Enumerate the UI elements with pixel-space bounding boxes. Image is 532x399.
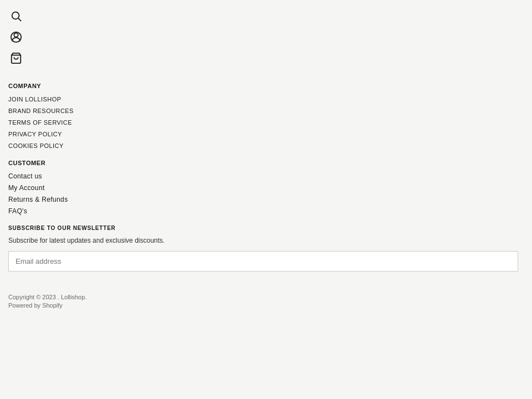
list-item: JOIN LOLLISHOP — [8, 95, 524, 103]
brand-resources-link[interactable]: BRAND RESOURCES — [8, 108, 74, 114]
newsletter-label: SUBSCRIBE TO OUR NEWSLETTER — [8, 225, 524, 231]
join-lollishop-link[interactable]: JOIN LOLLISHOP — [8, 96, 61, 103]
company-label: COMPANY — [8, 83, 524, 89]
list-item: BRAND RESOURCES — [8, 106, 524, 115]
customer-nav-list: Contact us My Account Returns & Refunds … — [8, 172, 524, 215]
svg-point-2 — [14, 33, 18, 37]
newsletter-description: Subscribe for latest updates and exclusi… — [8, 237, 524, 244]
email-input[interactable] — [8, 251, 518, 272]
list-item: PRIVACY POLICY — [8, 130, 524, 138]
svg-point-0 — [12, 12, 19, 19]
list-item: Returns & Refunds — [8, 195, 524, 203]
customer-label: CUSTOMER — [8, 160, 524, 166]
copyright-text: Copyright © 2023 . Lollishop. — [8, 294, 524, 300]
footer: Copyright © 2023 . Lollishop. Powered by… — [8, 294, 524, 309]
cart-button[interactable] — [8, 50, 24, 66]
terms-of-service-link[interactable]: TERMS OF SERVICE — [8, 119, 72, 126]
contact-us-link[interactable]: Contact us — [8, 172, 42, 180]
icon-group — [8, 8, 524, 66]
account-button[interactable] — [8, 29, 24, 45]
returns-refunds-link[interactable]: Returns & Refunds — [8, 196, 68, 203]
company-nav-list: JOIN LOLLISHOP BRAND RESOURCES TERMS OF … — [8, 95, 524, 150]
newsletter-section: SUBSCRIBE TO OUR NEWSLETTER Subscribe fo… — [8, 225, 524, 272]
search-icon — [10, 10, 22, 22]
cart-icon — [10, 52, 22, 64]
list-item: My Account — [8, 183, 524, 192]
cookies-policy-link[interactable]: COOKIES POLICY — [8, 142, 64, 149]
list-item: FAQ's — [8, 207, 524, 215]
account-icon — [10, 31, 22, 43]
faqs-link[interactable]: FAQ's — [8, 207, 27, 215]
my-account-link[interactable]: My Account — [8, 184, 45, 192]
list-item: COOKIES POLICY — [8, 141, 524, 150]
list-item: TERMS OF SERVICE — [8, 118, 524, 126]
svg-line-1 — [18, 18, 21, 21]
list-item: Contact us — [8, 172, 524, 180]
search-button[interactable] — [8, 8, 24, 24]
powered-by-text: Powered by Shopify — [8, 302, 524, 309]
privacy-policy-link[interactable]: PRIVACY POLICY — [8, 131, 62, 137]
